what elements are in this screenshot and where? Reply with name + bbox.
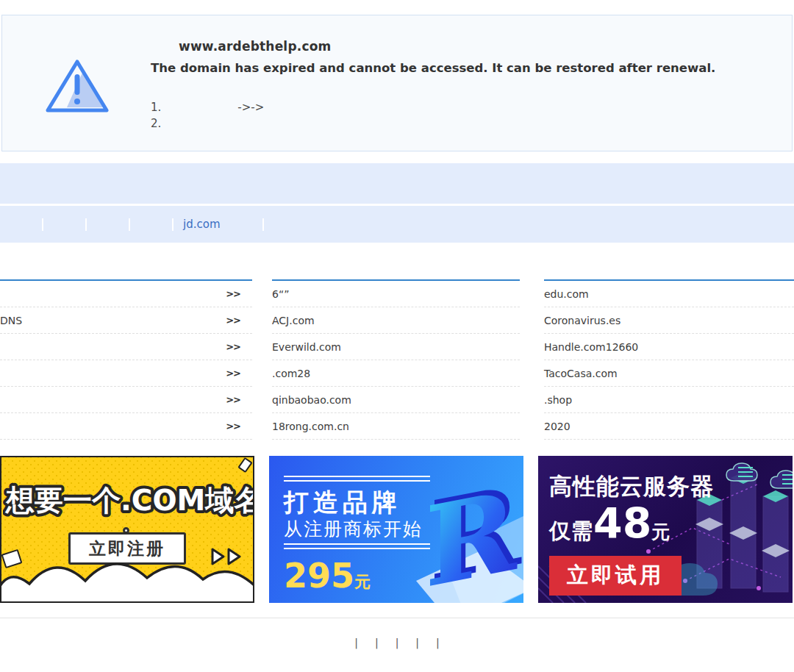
warning-triangle-icon [44,57,110,118]
price-amount: 295 [284,556,354,596]
list-item[interactable]: TacoCasa.com [544,360,794,387]
domain-link: 2020 [544,421,571,432]
banner-headline: 高性能云服务器 [549,471,714,502]
price-unit: 元 [354,573,371,591]
list-item-label: DNS [0,315,22,326]
domain-link: TacoCasa.com [544,368,618,379]
domain-list-column: edu.com Coronavirus.es Handle.com12660 T… [544,279,794,440]
step-number: 2. [151,115,161,132]
footer-separator: | [396,637,399,648]
ad-banner-trademark[interactable]: R R 打造品牌 从注册商标开始 295元 [269,456,523,603]
list-item[interactable]: .com28 [272,360,520,387]
step-number: 1. [151,99,161,115]
double-arrow-icon: >> [226,421,252,432]
nav-item-2[interactable] [43,206,85,243]
banner-subtitle: 从注册商标开始 [284,517,423,541]
domain-link: 18rong.com.cn [272,421,349,432]
domain-expired-notice: www.ardebthelp.com The domain has expire… [1,15,793,151]
price-unit: 元 [651,520,670,544]
list-item[interactable]: Handle.com12660 [544,334,794,360]
list-item[interactable]: Everwild.com [272,334,520,360]
list-item[interactable]: 6“” [272,281,520,307]
price-prefix: 仅需 [549,517,593,546]
list-item[interactable]: >> [0,413,252,440]
banner-headline: 想要一个.COM域名 [3,476,254,526]
domain-link: Coronavirus.es [544,315,620,326]
double-line-decoration [284,476,430,482]
domain-list-column: 6“” ACJ.com Everwild.com .com28 qinbaoba… [272,279,520,440]
footer-separator: | [415,637,419,648]
nav-item-6[interactable] [264,206,794,243]
list-item[interactable]: DNS>> [0,307,252,334]
list-item[interactable]: Coronavirus.es [544,307,794,334]
footer-separator: | [436,637,440,648]
list-item[interactable]: qinbaobao.com [272,387,520,413]
double-arrow-icon: >> [226,368,252,379]
price-amount: 48 [593,503,651,545]
price-tag: 295元 [284,556,371,596]
jd-com-link[interactable]: jd.com [183,218,221,231]
svg-text:想要一个.COM域名: 想要一个.COM域名 [4,484,254,517]
expired-domain-name: www.ardebthelp.com [151,39,792,54]
double-arrow-icon: >> [226,288,252,299]
service-list-column: >> DNS>> >> >> >> >> [0,279,252,440]
double-line-decoration [284,543,430,549]
renewal-step-2: 2. [151,115,792,132]
header-band [0,163,794,204]
cloud-border-decoration [0,560,254,603]
renewal-steps: 1.->-> 2. [151,99,792,132]
domain-link: 6“” [272,288,289,300]
footer-separator: | [354,637,358,648]
nav-item-4[interactable] [130,206,172,243]
domain-link: .shop [544,394,572,406]
renewal-step-1: 1.->-> [151,99,792,115]
ad-banner-cloud-server[interactable]: 高性能云服务器 仅需48元 立即试用 [538,456,793,603]
domain-link: edu.com [544,288,589,300]
footer-separator: | [375,637,379,648]
nav-band: jd.com [0,206,794,243]
nav-item-1[interactable] [0,206,42,243]
domain-link: qinbaobao.com [272,394,351,406]
try-now-button[interactable]: 立即试用 [549,556,682,596]
list-item[interactable]: >> [0,334,252,360]
list-item[interactable]: >> [0,387,252,413]
footer-links: ||||| [0,637,794,648]
domain-link: Handle.com12660 [544,341,638,353]
svg-text:R: R [425,465,518,603]
list-item[interactable]: 18rong.com.cn [272,413,520,440]
nav-item-3[interactable] [87,206,129,243]
price-tag: 仅需48元 [549,503,670,546]
domain-link: ACJ.com [272,315,315,326]
list-item[interactable]: .shop [544,387,794,413]
list-item[interactable]: edu.com [544,281,794,307]
double-arrow-icon: >> [226,394,252,405]
paper-scrap-decoration [237,457,252,473]
double-arrow-icon: >> [226,341,252,352]
nav-item-jd[interactable]: jd.com [174,206,262,243]
list-item[interactable]: >> [0,360,252,387]
domain-link: .com28 [272,368,310,379]
ad-banner-row: 想要一个.COM域名 立即注册 [0,456,794,603]
double-arrow-icon: >> [226,315,252,326]
domain-link: Everwild.com [272,341,341,353]
list-item[interactable]: 2020 [544,413,794,440]
expired-message: The domain has expired and cannot be acc… [151,61,792,75]
list-item[interactable]: ACJ.com [272,307,520,334]
footer-divider [0,618,794,618]
domain-lists: >> DNS>> >> >> >> >> 6“” ACJ.com Everwil… [0,279,794,441]
banner-headline: 打造品牌 [284,486,401,520]
ad-banner-com-domain[interactable]: 想要一个.COM域名 立即注册 [0,456,254,603]
list-item[interactable]: >> [0,281,252,307]
step-text: ->-> [237,99,264,115]
